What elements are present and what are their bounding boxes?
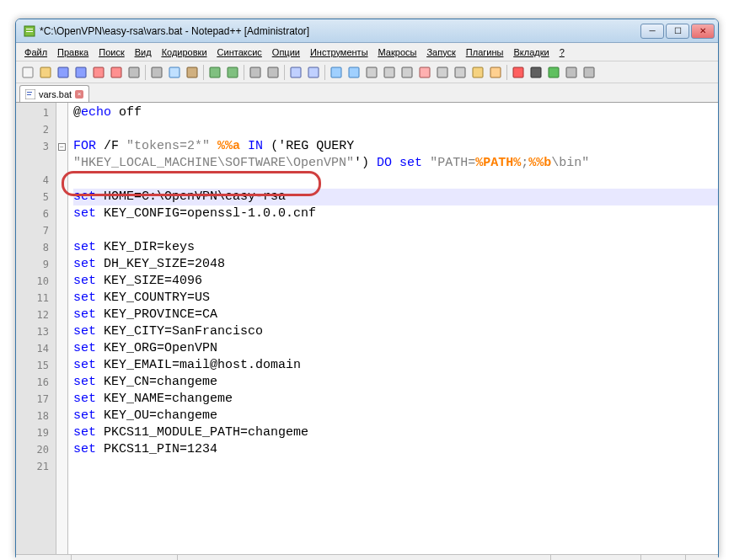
code-line[interactable]: set KEY_CN=changeme [73,374,718,391]
menu-синтаксис[interactable]: Синтаксис [212,45,267,59]
fold-cell [56,458,67,475]
maximize-button[interactable]: ☐ [666,24,689,39]
code-line[interactable]: set KEY_OU=changeme [73,408,718,424]
code-content[interactable]: @echo off FOR /F "tokens=2*" %%a IN ('RE… [68,103,718,554]
code-line[interactable]: set PKCS11_MODULE_PATH=changeme [73,424,718,441]
svg-rect-15 [250,67,260,77]
all-chars-icon[interactable] [381,64,398,81]
svg-rect-22 [384,67,394,77]
copy-icon[interactable] [166,64,183,81]
sync-h-icon[interactable] [346,64,362,81]
toolbar-separator [145,65,146,80]
stop-macro-icon[interactable] [528,64,544,81]
code-line[interactable]: FOR /F "tokens=2*" %%a IN ('REG QUERY [73,138,718,155]
line-number: 13 [16,323,56,340]
code-line[interactable]: set KEY_EMAIL=mail@host.domain [73,357,718,374]
word-wrap-icon[interactable] [363,64,380,81]
code-line[interactable]: set KEY_NAME=changeme [73,391,718,408]
menu-кодировки[interactable]: Кодировки [157,45,212,59]
doc-map-icon[interactable] [434,64,451,81]
run-macro-icon[interactable] [563,64,580,81]
menu-правка[interactable]: Правка [52,45,94,59]
close-all-icon[interactable] [108,64,125,81]
svg-rect-14 [228,67,238,77]
code-line[interactable]: set KEY_PROVINCE=CA [73,307,718,323]
fold-cell [56,172,67,189]
menu-запуск[interactable]: Запуск [421,45,460,59]
status-encoding[interactable]: UTF-8 [641,555,685,560]
save-icon[interactable] [55,64,72,81]
code-line[interactable] [73,121,718,138]
code-line[interactable] [73,222,718,239]
menu-опции[interactable]: Опции [267,45,305,59]
line-number-gutter: 123456789101112131415161718192021 [16,103,56,554]
close-button[interactable]: ✕ [691,24,715,39]
code-line[interactable]: @echo off [73,104,718,121]
paste-icon[interactable] [184,64,201,81]
menu-поиск[interactable]: Поиск [94,45,129,59]
editor-area[interactable]: 123456789101112131415161718192021 − @ech… [16,102,718,554]
menu-плагины[interactable]: Плагины [461,45,509,59]
menu-инструменты[interactable]: Инструменты [305,45,373,59]
code-line[interactable] [73,458,718,475]
status-insert-mode[interactable]: INS [686,555,718,560]
lang-icon[interactable] [416,64,433,81]
menu-вкладки[interactable]: Вкладки [508,45,554,59]
svg-rect-6 [76,67,86,77]
menu-макросы[interactable]: Макросы [373,45,422,59]
close-file-icon[interactable] [90,64,107,81]
zoom-in-icon[interactable] [287,64,304,81]
menu-вид[interactable]: Вид [130,45,157,59]
play-macro-icon[interactable] [545,64,562,81]
save-all-icon[interactable] [72,64,89,81]
code-line[interactable]: set DH_KEY_SIZE=2048 [73,256,718,273]
code-line[interactable]: "HKEY_LOCAL_MACHINE\SOFTWARE\OpenVPN"') … [73,155,718,172]
find-icon[interactable] [247,64,264,81]
zoom-out-icon[interactable] [305,64,322,81]
line-number: 18 [16,408,56,424]
svg-rect-21 [367,67,377,77]
code-line[interactable]: set KEY_CITY=SanFrancisco [73,323,718,340]
menu-файл[interactable]: Файл [19,45,52,59]
code-line[interactable] [73,172,718,189]
svg-rect-5 [58,67,68,77]
svg-rect-13 [210,67,220,77]
code-line[interactable]: set KEY_ORG=OpenVPN [73,340,718,357]
folder-view-icon[interactable] [469,64,486,81]
file-tab[interactable]: vars.bat × [19,85,89,102]
code-line[interactable]: set KEY_COUNTRY=US [73,290,718,307]
tab-close-icon[interactable]: × [75,90,83,99]
monitor-icon[interactable] [487,64,504,81]
code-line[interactable]: set KEY_DIR=keys [73,239,718,256]
open-file-icon[interactable] [37,64,54,81]
svg-rect-20 [349,67,359,77]
titlebar[interactable]: *C:\OpenVPN\easy-rsa\vars.bat - Notepad+… [16,19,718,43]
new-file-icon[interactable] [19,64,36,81]
status-eol[interactable]: Windows (CR LF) [551,555,642,560]
print-icon[interactable] [126,64,142,81]
minimize-button[interactable]: ─ [640,24,664,39]
fold-toggle-icon[interactable]: − [58,143,66,151]
fold-cell [56,121,67,138]
sync-v-icon[interactable] [328,64,345,81]
line-number: 11 [16,290,56,307]
svg-rect-9 [129,67,139,77]
code-line[interactable]: set KEY_SIZE=4096 [73,273,718,290]
status-position: Ln : 5 Col : 12 Sel : 0 | 0 [178,555,551,560]
cut-icon[interactable] [148,64,165,81]
redo-icon[interactable] [224,64,241,81]
code-line[interactable]: set PKCS11_PIN=1234 [73,441,718,458]
svg-rect-31 [549,67,559,77]
code-line[interactable]: set KEY_CONFIG=openssl-1.0.0.cnf [73,205,718,222]
svg-rect-1 [26,29,33,29]
save-macro-icon[interactable] [581,64,597,81]
record-macro-icon[interactable] [510,64,527,81]
status-filetype: Batch file [16,555,72,560]
menu-?[interactable]: ? [555,45,570,59]
replace-icon[interactable] [265,64,281,81]
func-list-icon[interactable] [452,64,469,81]
undo-icon[interactable] [206,64,223,81]
code-line[interactable]: set HOME=C:\OpenVPN\easy-rsa [73,189,718,205]
indent-guide-icon[interactable] [399,64,415,81]
line-number: 4 [16,172,56,189]
